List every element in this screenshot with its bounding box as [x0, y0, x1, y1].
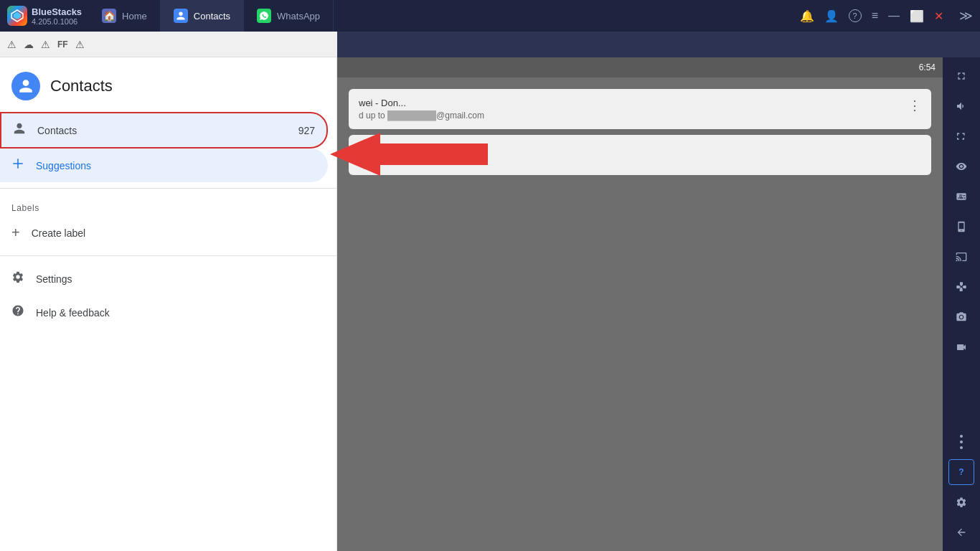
account-icon[interactable]: 👤 — [824, 9, 839, 23]
bell-icon[interactable]: 🔔 — [800, 9, 814, 23]
restore-icon[interactable]: ⬜ — [910, 9, 924, 23]
whatsapp-tab-label: WhatsApp — [277, 11, 320, 22]
app-version: 4.205.0.1006 — [32, 17, 82, 26]
whatsapp-panel: 6:54 wei - Don... d up to ████████@gmail… — [337, 57, 943, 551]
back-btn[interactable] — [948, 519, 974, 545]
toolbar-icon-3[interactable]: ⚠ — [41, 39, 50, 50]
keyboard-btn[interactable] — [948, 184, 974, 209]
nav-contacts[interactable]: Contacts 927 — [0, 112, 328, 149]
contacts-title: Contacts — [50, 77, 113, 95]
right-area: 6:54 wei - Don... d up to ████████@gmail… — [337, 57, 980, 551]
bluestacks-logo-icon — [7, 6, 27, 26]
suggestions-nav-icon — [11, 157, 24, 174]
app-name: BlueStacks — [32, 6, 82, 17]
sidebar-toggle-icon[interactable]: ≫ — [959, 8, 973, 24]
svg-rect-3 — [13, 163, 23, 164]
dot-3 — [960, 446, 963, 449]
dots-container — [960, 429, 963, 455]
minimize-icon[interactable]: — — [888, 9, 900, 22]
toolbar-icon-5[interactable]: ⚠ — [75, 39, 85, 50]
main-area: Contacts Contacts 927 Suggestions Labels… — [0, 57, 980, 551]
whatsapp-card-2: mail often s — [349, 135, 931, 175]
eye-btn[interactable] — [948, 154, 974, 179]
whatsapp-tab-icon — [257, 9, 271, 23]
android-content: wei - Don... d up to ████████@gmail.com … — [337, 77, 943, 551]
dot-1 — [960, 435, 963, 438]
settings-label: Settings — [36, 273, 72, 285]
help-label: Help & feedback — [36, 307, 110, 319]
toolbar: ⚠ ☁ ⚠ FF ⚠ — [0, 32, 337, 57]
card-1-title: wei - Don... — [359, 98, 484, 108]
divider-1 — [0, 188, 336, 189]
close-icon[interactable]: ✕ — [934, 9, 943, 23]
settings-item[interactable]: Settings — [0, 262, 328, 296]
right-sidebar: ? — [943, 57, 980, 551]
toolbar-icon-ff[interactable]: FF — [57, 39, 68, 50]
topbar-actions: 🔔 👤 ? ≡ — ⬜ ✕ ≫ — [800, 8, 980, 24]
suggestions-nav-label: Suggestions — [36, 160, 91, 171]
card-2-text: mail often s — [359, 143, 399, 166]
home-tab-icon: 🏠 — [102, 9, 116, 23]
card-1-text: wei - Don... d up to ████████@gmail.com — [359, 98, 484, 121]
labels-heading: Labels — [0, 194, 336, 216]
android-statusbar: 6:54 — [337, 57, 943, 77]
status-time: 6:54 — [919, 62, 936, 72]
svg-marker-1 — [14, 12, 21, 19]
volume-btn[interactable] — [948, 93, 974, 119]
nav-suggestions[interactable]: Suggestions — [0, 149, 328, 182]
contacts-header-icon — [11, 72, 40, 100]
create-label-text: Create label — [32, 227, 86, 239]
help-item[interactable]: Help & feedback — [0, 296, 328, 329]
contacts-tab-icon — [174, 9, 188, 23]
camera-btn[interactable] — [948, 304, 974, 330]
fullscreen-btn[interactable] — [948, 123, 974, 149]
contacts-panel: Contacts Contacts 927 Suggestions Labels… — [0, 57, 337, 551]
bluestacks-logo: BlueStacks 4.205.0.1006 — [0, 6, 89, 26]
contacts-header: Contacts — [0, 57, 336, 112]
card-1-subtitle: d up to ████████@gmail.com — [359, 110, 484, 121]
tab-whatsapp[interactable]: WhatsApp — [244, 0, 334, 32]
card-2-title: mail often — [359, 143, 399, 154]
contacts-count: 927 — [298, 125, 315, 136]
divider-2 — [0, 255, 336, 256]
cast-btn[interactable] — [948, 244, 974, 270]
create-label-icon: + — [11, 225, 20, 241]
menu-icon[interactable]: ≡ — [872, 9, 878, 22]
help-nav-icon — [11, 304, 24, 321]
tab-home[interactable]: 🏠 Home — [89, 0, 161, 32]
card-2-subtitle: s — [359, 156, 399, 166]
whatsapp-card-1: wei - Don... d up to ████████@gmail.com … — [349, 89, 931, 129]
toolbar-icon-1[interactable]: ⚠ — [7, 39, 17, 50]
dot-2 — [960, 441, 963, 443]
card-1-menu-icon[interactable]: ⋮ — [908, 98, 921, 113]
phone-btn[interactable] — [948, 214, 974, 240]
top-bar: BlueStacks 4.205.0.1006 🏠 Home Contacts … — [0, 0, 980, 32]
video-btn[interactable] — [948, 334, 974, 360]
contacts-tab-label: Contacts — [194, 11, 230, 22]
help-icon[interactable]: ? — [849, 9, 862, 22]
tab-contacts[interactable]: Contacts — [161, 0, 244, 32]
settings-icon — [11, 270, 24, 287]
home-tab-label: Home — [122, 11, 147, 22]
toolbar-icon-2[interactable]: ☁ — [24, 39, 34, 50]
contacts-nav-icon — [13, 122, 26, 138]
expand-btn[interactable] — [948, 63, 974, 89]
create-label-item[interactable]: + Create label — [0, 216, 328, 250]
gamepad-btn[interactable] — [948, 274, 974, 300]
gear-btn[interactable] — [948, 489, 974, 515]
contacts-nav-label: Contacts — [37, 125, 77, 136]
help2-btn[interactable]: ? — [948, 459, 974, 485]
